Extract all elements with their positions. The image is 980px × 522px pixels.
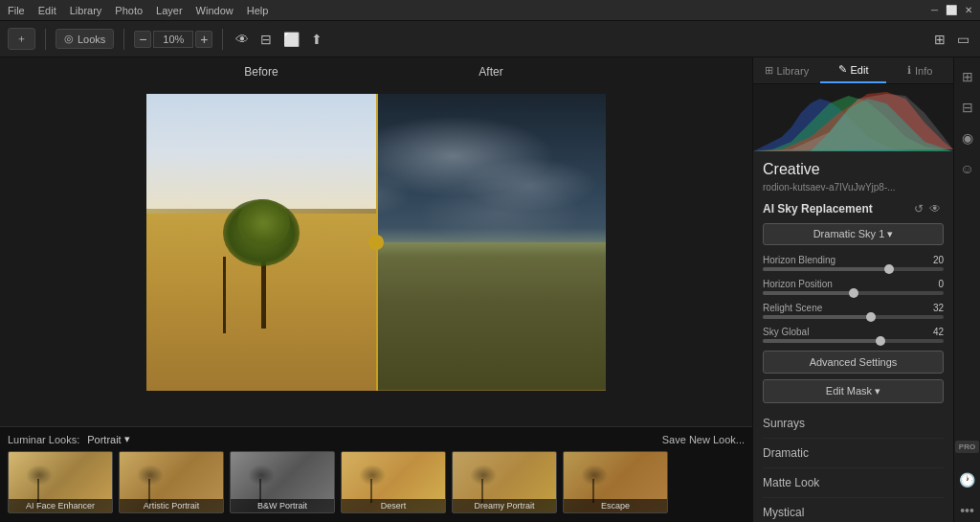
- sliders-container: Horizon Blending 20 Horizon Position 0 R…: [763, 255, 944, 343]
- tab-info[interactable]: ℹ Info: [886, 57, 953, 83]
- crop-button[interactable]: ⬜: [280, 29, 302, 50]
- menu-file[interactable]: File: [8, 5, 25, 16]
- zoom-plus-button[interactable]: +: [195, 31, 212, 48]
- slider-track-2[interactable]: [763, 315, 944, 319]
- right-icons-panel: ⊞ ⊟ ◉ ☺ PRO 🕐 •••: [953, 57, 980, 522]
- panel-tabs: ⊞ Library ✎ Edit ℹ Info: [753, 57, 953, 84]
- module-header: AI Sky Replacement ↺ 👁: [763, 202, 944, 216]
- slider-row-2: Relight Scene 32: [763, 303, 944, 319]
- slider-track-3[interactable]: [763, 339, 944, 343]
- advanced-settings-button[interactable]: Advanced Settings: [763, 351, 944, 374]
- save-look-button[interactable]: Save New Look...: [662, 434, 745, 445]
- slider-track-1[interactable]: [763, 291, 944, 295]
- tab-library-label: Library: [777, 65, 810, 77]
- add-button[interactable]: ＋: [8, 28, 35, 50]
- module-reset-button[interactable]: ↺: [911, 202, 926, 216]
- menu-layer[interactable]: Layer: [156, 5, 183, 16]
- slider-thumb-0[interactable]: [884, 264, 894, 274]
- slider-thumb-3[interactable]: [876, 336, 885, 346]
- adjustments-icon[interactable]: ⊟: [958, 96, 977, 119]
- slider-label-0: Horizon Blending: [763, 255, 835, 265]
- grid-button[interactable]: ⊞: [931, 29, 948, 50]
- menu-library[interactable]: Library: [70, 5, 102, 16]
- toolbar-separator-3: [222, 29, 223, 50]
- pro-badge[interactable]: PRO: [955, 441, 979, 453]
- preview-button[interactable]: 👁: [233, 29, 252, 50]
- window-minimize[interactable]: ─: [931, 5, 938, 15]
- sky-dropdown-label: Dramatic Sky 1 ▾: [813, 228, 894, 240]
- compare-image[interactable]: [146, 94, 606, 391]
- list-item-0[interactable]: Sunrays: [763, 409, 944, 439]
- face-icon[interactable]: ☺: [956, 157, 977, 180]
- menu-photo[interactable]: Photo: [115, 5, 143, 16]
- split-handle[interactable]: [368, 235, 384, 250]
- canvas-area: Before After: [0, 57, 752, 522]
- filename: rodion-kutsaev-a7IVuJwYjp8-...: [763, 182, 944, 193]
- look-thumb-label-2: B&W Portrait: [231, 499, 334, 512]
- list-item-3[interactable]: Mystical: [763, 498, 944, 522]
- slider-row-1: Horizon Position 0: [763, 279, 944, 295]
- look-thumb-0[interactable]: AI Face Enhancer: [8, 451, 113, 513]
- window-close[interactable]: ✕: [965, 5, 972, 15]
- toolbar-right: ⊞ ▭: [931, 29, 972, 50]
- slider-label-1: Horizon Position: [763, 279, 833, 289]
- slider-label-3: Sky Global: [763, 327, 809, 337]
- looks-header: Luminar Looks: Portrait ▾ Save New Look.…: [8, 433, 745, 445]
- menu-help[interactable]: Help: [247, 5, 269, 16]
- tab-edit[interactable]: ✎ Edit: [820, 57, 887, 83]
- slider-track-0[interactable]: [763, 267, 944, 271]
- edit-mask-button[interactable]: Edit Mask ▾: [763, 379, 944, 403]
- toolbar-separator-2: [123, 29, 124, 50]
- share-button[interactable]: ⬆: [308, 29, 325, 50]
- look-thumb-label-3: Desert: [342, 499, 445, 512]
- menu-edit[interactable]: Edit: [38, 5, 56, 16]
- histogram-chart: [753, 84, 953, 151]
- chevron-down-icon: ▾: [124, 433, 130, 445]
- section-title: Creative: [763, 161, 944, 178]
- before-after-labels: Before After: [146, 65, 606, 79]
- layers-icon[interactable]: ⊞: [958, 65, 977, 88]
- look-thumb-1[interactable]: Artistic Portrait: [119, 451, 224, 513]
- tab-library[interactable]: ⊞ Library: [753, 57, 820, 83]
- list-items-container: SunraysDramaticMatte LookMysticalColor S…: [763, 409, 944, 522]
- tab-info-label: Info: [915, 65, 932, 77]
- before-label: Before: [146, 65, 376, 79]
- zoom-minus-button[interactable]: −: [134, 31, 151, 48]
- toolbar-separator: [45, 29, 46, 50]
- looks-icon: ◎: [64, 33, 74, 45]
- list-item-1[interactable]: Dramatic: [763, 439, 944, 468]
- list-item-2[interactable]: Matte Look: [763, 468, 944, 498]
- look-thumb-label-4: Dreamy Portrait: [453, 499, 556, 512]
- compare-button[interactable]: ⊟: [257, 29, 275, 50]
- look-thumb-3[interactable]: Desert: [341, 451, 446, 513]
- zoom-value-input[interactable]: [153, 31, 193, 48]
- looks-category-button[interactable]: Portrait ▾: [87, 433, 129, 445]
- looks-label: Luminar Looks:: [8, 434, 79, 445]
- zoom-control: − +: [134, 31, 212, 48]
- look-thumb-label-1: Artistic Portrait: [120, 499, 223, 512]
- look-thumb-2[interactable]: B&W Portrait: [230, 451, 335, 513]
- looks-strip: Luminar Looks: Portrait ▾ Save New Look.…: [0, 426, 752, 522]
- slider-value-3: 42: [933, 327, 944, 337]
- look-thumb-4[interactable]: Dreamy Portrait: [452, 451, 557, 513]
- look-thumb-5[interactable]: Escape: [563, 451, 668, 513]
- history-icon[interactable]: 🕐: [955, 468, 979, 491]
- edit-icon: ✎: [838, 63, 847, 76]
- slider-thumb-1[interactable]: [849, 288, 858, 298]
- window-restore[interactable]: ⬜: [946, 5, 957, 15]
- looks-button[interactable]: ◎ Looks: [56, 29, 114, 49]
- menu-window[interactable]: Window: [196, 5, 234, 16]
- right-panel: ⊞ Library ✎ Edit ℹ Info: [752, 57, 953, 522]
- slider-thumb-2[interactable]: [866, 312, 876, 322]
- plus-icon: ＋: [16, 32, 27, 46]
- sky-dropdown-button[interactable]: Dramatic Sky 1 ▾: [763, 223, 944, 245]
- main-content: Before After: [0, 57, 980, 522]
- slider-value-0: 20: [933, 255, 944, 265]
- library-icon: ⊞: [765, 64, 773, 77]
- more-icon[interactable]: •••: [956, 499, 978, 522]
- panel-content: Creative rodion-kutsaev-a7IVuJwYjp8-... …: [753, 151, 953, 522]
- fullscreen-button[interactable]: ▭: [954, 29, 972, 50]
- module-toggle-button[interactable]: 👁: [926, 202, 944, 216]
- menu-bar: File Edit Library Photo Layer Window Hel…: [0, 0, 980, 21]
- filters-icon[interactable]: ◉: [958, 126, 977, 149]
